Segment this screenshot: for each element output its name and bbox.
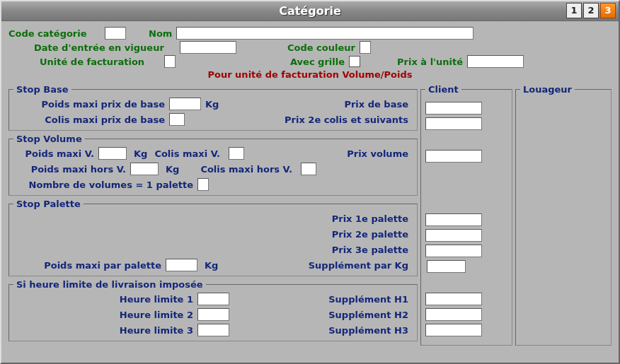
legend-heure-limite: Si heure limite de livraison imposée <box>13 279 206 290</box>
client-prix-3e-palette[interactable] <box>425 245 482 257</box>
input-poids-maxi-base[interactable] <box>169 98 201 110</box>
label-prix-3e-palette: Prix 3e palette <box>332 245 413 255</box>
fieldset-stop-palette: Stop Palette Prix 1e palette Prix 2e pal… <box>8 199 418 276</box>
input-unite-fact[interactable] <box>164 55 176 68</box>
tab-buttons: 1 2 3 <box>566 3 616 18</box>
left-column: Stop Base Poids maxi prix de base Kg Pri… <box>8 81 418 343</box>
input-colis-maxi-base[interactable] <box>169 113 185 126</box>
input-prix-unite[interactable] <box>467 55 524 68</box>
window-title: Catégorie <box>1 4 619 18</box>
legend-client: Client <box>425 84 461 95</box>
legend-stop-base: Stop Base <box>13 84 71 95</box>
client-prix-2e-palette[interactable] <box>425 229 482 242</box>
label-s3: Supplément H3 <box>328 325 413 336</box>
content: Code catégorie Nom Date d'entrée en vigu… <box>1 21 619 347</box>
label-nom: Nom <box>149 28 172 39</box>
client-supp-h3[interactable] <box>425 324 482 336</box>
unit-kg-4: Kg <box>197 260 225 271</box>
tab-3[interactable]: 3 <box>600 3 616 18</box>
client-supp-h1[interactable] <box>425 293 482 305</box>
label-colis-maxi-hors-v: Colis maxi hors V. <box>200 164 297 175</box>
label-h2: Heure limite 2 <box>13 310 197 320</box>
legend-stop-palette: Stop Palette <box>13 199 84 209</box>
input-poids-maxi-hors-v[interactable] <box>130 163 159 175</box>
label-prix-de-base: Prix de base <box>344 99 413 110</box>
input-nb-vol-palette[interactable] <box>197 178 209 191</box>
label-poids-maxi-palette: Poids maxi par palette <box>13 260 166 271</box>
legend-louageur: Louageur <box>520 84 575 95</box>
input-h2[interactable] <box>197 308 229 321</box>
client-prix-volume[interactable] <box>425 150 482 163</box>
fieldset-stop-volume: Stop Volume Poids maxi V. Kg Colis maxi … <box>8 134 418 196</box>
checkbox-avec-grille[interactable] <box>349 56 360 67</box>
label-colis-maxi-base: Colis maxi prix de base <box>13 115 169 125</box>
titlebar: Catégorie 1 2 3 <box>1 1 619 21</box>
client-prix-2e-colis[interactable] <box>425 117 482 130</box>
label-prix-2e-palette: Prix 2e palette <box>332 229 413 240</box>
window: Catégorie 1 2 3 Code catégorie Nom Date … <box>0 0 620 364</box>
label-s1: Supplément H1 <box>328 294 413 305</box>
fieldset-client: Client <box>420 84 512 346</box>
label-h1: Heure limite 1 <box>13 294 197 305</box>
label-poids-maxi-hors-v: Poids maxi hors V. <box>13 164 130 175</box>
label-nb-vol-palette: Nombre de volumes = 1 palette <box>13 180 197 190</box>
label-unite-fact: Unité de facturation <box>40 57 160 67</box>
input-nom[interactable] <box>176 27 473 40</box>
input-colis-maxi-v[interactable] <box>229 147 244 160</box>
tab-1[interactable]: 1 <box>566 3 582 18</box>
louageur-column: Louageur <box>515 81 612 343</box>
label-supp-kg: Supplément par Kg <box>309 260 413 271</box>
label-code-categorie: Code catégorie <box>8 28 101 39</box>
label-prix-1e-palette: Prix 1e palette <box>332 213 413 224</box>
label-h3: Heure limite 3 <box>13 325 197 336</box>
input-poids-maxi-v[interactable] <box>98 147 127 160</box>
fieldset-heure-limite: Si heure limite de livraison imposée Heu… <box>8 279 418 341</box>
tab-2[interactable]: 2 <box>583 3 599 18</box>
label-prix-unite: Prix à l'unité <box>397 57 463 67</box>
input-code-couleur[interactable] <box>360 41 371 54</box>
label-poids-maxi-base: Poids maxi prix de base <box>13 99 169 110</box>
client-supp-kg[interactable] <box>427 260 466 273</box>
client-prix-1e-palette[interactable] <box>425 213 482 226</box>
client-prix-de-base[interactable] <box>425 102 482 115</box>
legend-stop-volume: Stop Volume <box>13 134 85 144</box>
label-avec-grille: Avec grille <box>290 57 345 67</box>
fieldset-stop-base: Stop Base Poids maxi prix de base Kg Pri… <box>8 84 418 131</box>
client-column: Client <box>420 81 512 343</box>
label-prix-volume: Prix volume <box>347 148 413 159</box>
subheading: Pour unité de facturation Volume/Poids <box>207 69 412 80</box>
label-colis-maxi-v: Colis maxi V. <box>154 148 224 159</box>
input-date-entree[interactable] <box>180 41 236 54</box>
label-prix-2e-colis: Prix 2e colis et suivants <box>285 115 413 125</box>
input-poids-maxi-palette[interactable] <box>166 259 197 271</box>
label-code-couleur: Code couleur <box>287 42 355 53</box>
label-poids-maxi-v: Poids maxi V. <box>13 148 98 159</box>
input-colis-maxi-hors-v[interactable] <box>301 163 316 175</box>
unit-kg-1: Kg <box>201 99 222 110</box>
input-code-categorie[interactable] <box>105 27 126 40</box>
label-s2: Supplément H2 <box>328 310 413 320</box>
unit-kg-3: Kg <box>159 164 186 175</box>
input-h1[interactable] <box>197 293 229 305</box>
unit-kg-2: Kg <box>127 148 154 159</box>
input-h3[interactable] <box>197 324 229 336</box>
fieldset-louageur: Louageur <box>515 84 612 346</box>
label-date-entree: Date d'entrée en vigueur <box>34 42 176 53</box>
client-supp-h2[interactable] <box>425 308 482 321</box>
